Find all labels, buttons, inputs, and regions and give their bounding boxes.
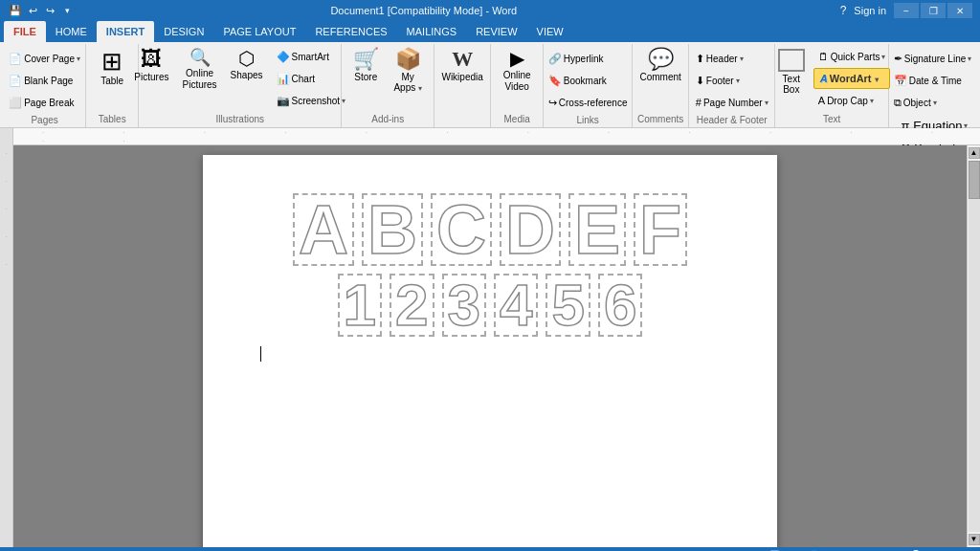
ribbon-group-addins: 🛒 Store 📦 My Apps ▾ Add-ins [342,44,434,127]
header-footer-label: Header & Footer [697,115,768,128]
qat-save[interactable]: 💾 [8,3,23,18]
wordart-letter-F: F [634,193,687,266]
quick-parts-button[interactable]: 🗒 Quick Parts ▾ [813,46,891,67]
online-video-button[interactable]: ▶ OnlineVideo [499,46,536,96]
shapes-button[interactable]: ⬡ Shapes [226,46,268,83]
scroll-track[interactable] [969,161,980,532]
cross-reference-button[interactable]: ↪ Cross-reference [544,92,633,113]
document-page[interactable]: A B C D E F 1 2 3 4 5 6 [203,155,777,547]
blank-page-button[interactable]: 📄 Blank Page [4,70,78,91]
tab-page-layout[interactable]: PAGE LAYOUT [213,21,305,42]
scroll-down-button[interactable]: ▼ [969,534,980,545]
illustrations-small-col: 🔷 SmartArt 📊 Chart 📷 Screenshot ▾ [272,46,351,111]
ribbon-tab-bar: FILE HOME INSERT DESIGN PAGE LAYOUT REFE… [0,21,980,42]
close-button[interactable]: ✕ [947,3,972,18]
textbox-icon [778,49,805,72]
signin-label[interactable]: Sign in [854,5,886,16]
chart-button[interactable]: 📊 Chart [272,68,351,89]
shapes-label: Shapes [231,70,263,80]
tab-home[interactable]: HOME [46,21,97,42]
ruler-corner [0,128,13,145]
scroll-up-button[interactable]: ▲ [969,147,980,159]
page-number-button[interactable]: # Page Number ▾ [691,92,773,113]
status-bar: PAGE 1 OF 1 0 WORDS 📝 📄 📖 🌐 − + 100% [0,547,980,551]
my-apps-label: My Apps ▾ [392,72,423,93]
signature-line-button[interactable]: ✒ Signature Line ▾ [889,48,977,69]
pages-buttons: 📄 Cover Page ▾ 📄 Blank Page ⬜ Page Break [4,46,85,113]
pages-label: Pages [31,115,57,128]
page-break-button[interactable]: ⬜ Page Break [4,92,78,113]
ribbon-group-media: ▶ OnlineVideo Media [491,44,544,127]
restore-button[interactable]: ❐ [921,3,946,18]
tab-file[interactable]: FILE [4,21,46,42]
vertical-scrollbar[interactable]: ▲ ▼ [967,145,980,547]
media-buttons: ▶ OnlineVideo [499,46,536,112]
object-button[interactable]: ⧉ Object ▾ [889,92,942,113]
tab-insert[interactable]: INSERT [97,21,154,42]
table-label: Table [100,76,123,86]
pictures-icon: 🖼 [141,49,162,70]
header-button[interactable]: ⬆ Header ▾ [691,48,748,69]
textbox-button[interactable]: TextBox [773,46,810,98]
qat-redo[interactable]: ↪ [42,3,57,18]
bookmark-button[interactable]: 🔖 Bookmark [544,70,612,91]
pictures-label: Pictures [134,72,168,82]
horizontal-ruler: · · · · · · · · · · · · · · [13,128,980,144]
qat-customize[interactable]: ▾ [59,3,75,18]
screenshot-button[interactable]: 📷 Screenshot ▾ [272,90,351,111]
wordart-number-1: 1 [338,274,382,337]
comment-button[interactable]: 💬 Comment [635,46,685,85]
quick-access-toolbar: 💾 ↩ ↪ ▾ [8,3,75,18]
online-video-label: OnlineVideo [503,70,531,93]
help-button[interactable]: ? [840,4,847,17]
wordart-number-4: 4 [494,274,538,337]
table-icon: ⊞ [101,49,122,74]
hyperlink-button[interactable]: 🔗 Hyperlink [544,48,609,69]
date-time-button[interactable]: 📅 Date & Time [889,70,967,91]
smartart-button[interactable]: 🔷 SmartArt [272,46,351,67]
wordart-button[interactable]: A WordArt ▾ [813,68,891,89]
drop-cap-button[interactable]: A Drop Cap ▾ [813,90,891,111]
media-label: Media [504,114,530,127]
tab-view[interactable]: VIEW [527,21,573,42]
ruler-area: · · · · · · · · · · · · · · [0,128,980,145]
tab-references[interactable]: REFERENCES [305,21,396,42]
scroll-thumb[interactable] [969,161,980,199]
wikipedia-button[interactable]: W Wikipedia [436,46,487,85]
online-pictures-icon: 🔍 [189,49,211,66]
comments-label: Comments [637,114,683,127]
wikipedia-icon: W [452,49,473,70]
wordart-number-6: 6 [598,274,642,337]
comment-label: Comment [639,72,680,82]
footer-button[interactable]: ⬇ Footer ▾ [691,70,745,91]
tab-mailings[interactable]: MAILINGS [397,21,467,42]
wordart-icon: A [820,73,828,84]
wikipedia-label: Wikipedia [441,72,482,82]
table-button[interactable]: ⊞ Table [94,46,130,89]
comment-icon: 💬 [648,49,674,70]
wordart-number-2: 2 [390,274,434,337]
minimize-button[interactable]: − [894,3,919,18]
online-pictures-button[interactable]: 🔍 OnlinePictures [177,46,221,94]
tab-review[interactable]: REVIEW [466,21,526,42]
wikipedia-buttons: W Wikipedia [436,46,487,122]
tables-label: Tables [99,114,126,127]
title-bar: 💾 ↩ ↪ ▾ Document1 [Compatibility Mode] -… [0,0,980,21]
wordart-label: WordArt ▾ [830,73,879,84]
links-buttons: 🔗 Hyperlink 🔖 Bookmark ↪ Cross-reference [544,46,633,113]
qat-undo[interactable]: ↩ [25,3,40,18]
links-label: Links [576,115,598,128]
comments-buttons: 💬 Comment [635,46,685,112]
ribbon-group-pages: 📄 Cover Page ▾ 📄 Blank Page ⬜ Page Break… [4,44,86,127]
cover-page-button[interactable]: 📄 Cover Page ▾ [4,48,85,69]
pictures-button[interactable]: 🖼 Pictures [129,46,173,85]
app-body: ····· A B C D E F 1 2 3 4 5 [0,145,980,547]
wordart-letter-E: E [568,193,626,266]
online-pictures-label: OnlinePictures [182,68,216,91]
ribbon-group-links: 🔗 Hyperlink 🔖 Bookmark ↪ Cross-reference… [544,44,633,127]
tab-design[interactable]: DESIGN [154,21,213,42]
ribbon-group-wikipedia: W Wikipedia [434,44,491,127]
store-button[interactable]: 🛒 Store [347,46,384,85]
my-apps-button[interactable]: 📦 My Apps ▾ [388,46,428,96]
text-label: Text [823,114,840,127]
